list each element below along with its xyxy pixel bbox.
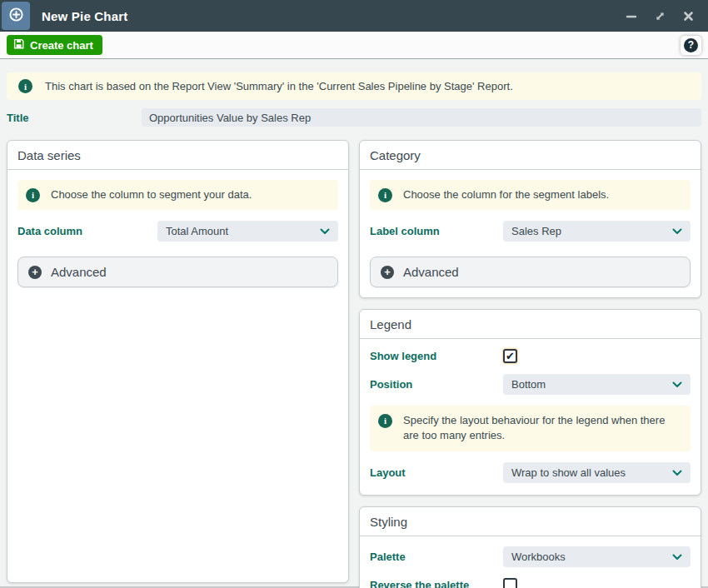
chevron-down-icon — [672, 225, 682, 237]
palette-value: Workbooks — [511, 551, 566, 563]
category-note-text: Choose the column for the segment labels… — [403, 187, 609, 202]
title-input[interactable] — [142, 108, 701, 127]
data-column-label: Data column — [17, 225, 157, 237]
chevron-down-icon — [672, 466, 682, 479]
maximize-button[interactable] — [651, 7, 668, 24]
titlebar: New Pie Chart — [0, 0, 708, 32]
position-label: Position — [370, 378, 503, 391]
help-button[interactable]: ? — [681, 36, 701, 55]
label-column-label: Label column — [370, 225, 503, 237]
circle-plus-icon — [8, 7, 24, 26]
label-column-select[interactable]: Sales Rep — [503, 221, 691, 242]
advanced-label: Advanced — [51, 265, 107, 279]
title-label: Title — [7, 112, 142, 124]
plus-circle-icon: + — [28, 266, 42, 279]
show-legend-row: Show legend ✔ — [370, 349, 691, 363]
panel-columns: Data series i Choose the column to segme… — [7, 140, 701, 588]
data-series-advanced-expander[interactable]: + Advanced — [17, 257, 338, 287]
styling-body: Palette Workbooks Reverse the palette — [360, 536, 701, 588]
question-icon: ? — [684, 38, 698, 52]
legend-note-text: Specify the layout behaviour for the leg… — [403, 413, 682, 443]
position-select[interactable]: Bottom — [503, 374, 691, 395]
layout-row: Layout Wrap to show all values — [370, 462, 691, 483]
data-series-body: i Choose the column to segment your data… — [7, 170, 348, 297]
data-column-row: Data column Total Amount — [17, 221, 338, 242]
label-column-value: Sales Rep — [511, 225, 561, 237]
window-title: New Pie Chart — [42, 9, 127, 23]
legend-note: i Specify the layout behaviour for the l… — [370, 406, 691, 451]
show-legend-checkbox[interactable]: ✔ — [503, 349, 517, 363]
category-advanced-expander[interactable]: + Advanced — [370, 257, 691, 287]
chevron-down-icon — [672, 378, 682, 391]
minimize-button[interactable] — [623, 7, 640, 24]
chevron-down-icon — [672, 551, 682, 563]
styling-header: Styling — [360, 507, 701, 536]
create-chart-label: Create chart — [30, 39, 93, 52]
panel-legend: Legend Show legend ✔ Position Bottom — [359, 309, 701, 495]
advanced-label: Advanced — [403, 265, 459, 279]
info-icon: i — [378, 188, 392, 202]
legend-body: Show legend ✔ Position Bottom — [360, 339, 701, 494]
category-header: Category — [360, 141, 701, 170]
save-icon — [13, 38, 24, 52]
position-value: Bottom — [511, 378, 546, 391]
info-icon: i — [18, 79, 32, 93]
panel-styling: Styling Palette Workbooks — [359, 506, 701, 588]
palette-select[interactable]: Workbooks — [503, 546, 691, 567]
panel-category: Category i Choose the column for the seg… — [359, 140, 701, 298]
toolbar: Create chart ? — [0, 32, 708, 59]
label-column-row: Label column Sales Rep — [370, 221, 691, 242]
check-icon: ✔ — [506, 351, 515, 361]
category-body: i Choose the column for the segment labe… — [360, 170, 701, 297]
info-icon: i — [26, 188, 40, 202]
show-legend-label: Show legend — [370, 350, 503, 362]
reverse-palette-checkbox[interactable] — [503, 578, 517, 588]
palette-row: Palette Workbooks — [370, 546, 691, 567]
info-icon: i — [378, 414, 392, 428]
chevron-down-icon — [320, 225, 330, 237]
panel-data-series: Data series i Choose the column to segme… — [7, 140, 349, 583]
plus-circle-icon: + — [381, 266, 394, 279]
title-field-row: Title — [7, 108, 701, 127]
create-chart-button[interactable]: Create chart — [7, 35, 102, 55]
reverse-palette-row: Reverse the palette — [370, 578, 691, 588]
palette-label: Palette — [370, 551, 503, 563]
layout-label: Layout — [370, 466, 503, 479]
info-banner-text: This chart is based on the Report View '… — [45, 80, 513, 92]
window-controls — [623, 7, 708, 24]
data-series-note-text: Choose the column to segment your data. — [51, 187, 252, 202]
layout-value: Wrap to show all values — [511, 466, 626, 479]
data-series-note: i Choose the column to segment your data… — [17, 180, 338, 210]
close-button[interactable] — [680, 7, 696, 24]
layout-select[interactable]: Wrap to show all values — [503, 462, 691, 483]
data-column-value: Total Amount — [166, 225, 228, 237]
new-record-tile — [2, 2, 30, 30]
right-column: Category i Choose the column for the seg… — [359, 140, 701, 588]
data-series-header: Data series — [7, 141, 348, 170]
dialog-window: New Pie Chart — [0, 0, 708, 588]
content-area: i This chart is based on the Report View… — [0, 59, 708, 588]
legend-header: Legend — [360, 310, 701, 339]
left-column: Data series i Choose the column to segme… — [7, 140, 349, 583]
data-column-select[interactable]: Total Amount — [157, 221, 338, 242]
info-banner: i This chart is based on the Report View… — [7, 72, 701, 100]
position-row: Position Bottom — [370, 374, 691, 395]
category-note: i Choose the column for the segment labe… — [370, 180, 691, 210]
reverse-palette-label: Reverse the palette — [370, 579, 503, 588]
